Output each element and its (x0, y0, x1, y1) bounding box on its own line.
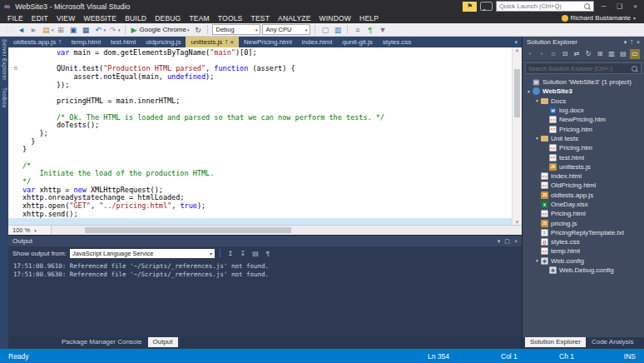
tree-item-web-config[interactable]: ▾✱Web.config (523, 256, 644, 266)
expander-icon[interactable]: ▾ (533, 98, 541, 103)
tree-item-unittests-js[interactable]: JSunittests.js (523, 162, 644, 172)
vertical-tab-server-explorer[interactable]: Server Explorer (2, 39, 7, 81)
tree-item-solution-website3-1-project-[interactable]: ▣Solution 'WebSite3' (1 project) (523, 77, 644, 87)
scroll-thumb[interactable] (85, 227, 292, 233)
add-item-icon[interactable]: ⊞ (56, 25, 67, 35)
menu-tools[interactable]: TOOLS (214, 14, 247, 22)
menu-debug[interactable]: DEBUG (151, 14, 185, 22)
pin-icon[interactable]: ⊺ (58, 39, 62, 45)
chevron-down-icon[interactable]: ▾ (118, 27, 121, 32)
back-icon[interactable]: ◦ (525, 49, 535, 59)
save-icon[interactable]: ▣ (68, 25, 79, 35)
menu-help[interactable]: HELP (355, 14, 383, 22)
tree-item-docs[interactable]: ▾Docs (523, 97, 644, 106)
menu-test[interactable]: TEST (247, 14, 275, 22)
expander-icon[interactable]: ▾ (533, 136, 541, 141)
tree-item-index-html[interactable]: <>Index.html (523, 172, 644, 181)
tab-unittests-js[interactable]: unittests.js⊺× (186, 37, 239, 47)
start-debug-button[interactable]: ▶Google Chrome▾ (130, 26, 191, 34)
refresh-icon[interactable]: ↻ (583, 49, 593, 59)
solution-explorer-header[interactable]: Solution Explorer ▾⊺× (523, 37, 644, 47)
tree-item-oneday-xlsx[interactable]: XOneDay.xlsx (523, 200, 644, 209)
tree-item-temp-html[interactable]: <>temp.html (523, 246, 644, 256)
scroll-up-icon[interactable]: ▲ (513, 47, 522, 52)
menu-edit[interactable]: EDIT (27, 14, 52, 22)
solution-search-input[interactable] (526, 66, 632, 72)
collapse-all-icon[interactable]: ⊟ (560, 49, 570, 59)
scroll-thumb[interactable] (514, 69, 520, 117)
account-widget[interactable]: Richard Bustamante ▾ (562, 14, 644, 22)
tree-item-pricing-js[interactable]: JSpricing.js (523, 218, 644, 227)
forward-icon[interactable]: ◦ (537, 49, 547, 59)
solution-platform-combo[interactable]: Any CPU▾ (262, 24, 310, 35)
collapse-region-icon[interactable]: ⊟ (8, 65, 22, 73)
home-icon[interactable]: ⌂ (548, 49, 558, 59)
close-button[interactable]: × (629, 2, 642, 10)
chevron-down-icon[interactable]: ▾ (187, 27, 190, 32)
bookmark-icon[interactable]: ▼ (377, 25, 388, 35)
tab-overflow-icon[interactable]: ▾ (514, 39, 522, 46)
vertical-tab-toolbox[interactable]: Toolbox (2, 87, 7, 108)
notifications-flag-icon[interactable]: ⚑ (463, 2, 477, 12)
properties-icon[interactable]: ▤ (618, 49, 628, 59)
tree-item-pricing-html[interactable]: <>Pricing.html (523, 209, 644, 218)
output-header[interactable]: Output ▾▢× (8, 236, 522, 246)
tree-item-oldpricing-html[interactable]: <>OldPricing.html (523, 181, 644, 190)
find-in-files-icon[interactable]: ≡ (352, 25, 363, 35)
menu-window[interactable]: WINDOW (315, 14, 356, 22)
preview-changes-icon[interactable]: ▢ (320, 25, 330, 35)
tab-temp-html[interactable]: temp.html (67, 37, 106, 47)
menu-website[interactable]: WEBSITE (79, 14, 121, 22)
tree-item-test-html[interactable]: <>test.html (523, 152, 644, 162)
expander-icon[interactable]: ▾ (525, 89, 533, 94)
tab-styles-css[interactable]: styles.css (378, 37, 417, 47)
tree-item-website3[interactable]: ▾WebSite3 (523, 87, 644, 96)
output-content[interactable]: 17:51:00.9610: Referenced file '~/Script… (8, 260, 522, 337)
editor-horizontal-scrollbar[interactable] (51, 226, 522, 235)
comment-icon[interactable]: ¶ (364, 25, 375, 35)
refresh-icon[interactable]: ↻ (192, 25, 203, 35)
quick-launch-input[interactable] (497, 2, 584, 10)
show-all-files-icon[interactable]: ⊞ (595, 49, 605, 59)
panel-tab-code-analysis[interactable]: Code Analysis (587, 337, 639, 347)
tree-item-styles-css[interactable]: {}styles.css (523, 237, 644, 246)
save-all-icon[interactable]: ▦ (81, 25, 92, 35)
view-code-icon[interactable]: ▥ (607, 49, 617, 59)
redo-icon[interactable]: ↷ (107, 25, 118, 35)
next-message-icon[interactable]: ↧ (238, 250, 248, 257)
close-icon[interactable]: × (514, 238, 518, 245)
clear-all-icon[interactable]: ▤ (250, 250, 260, 257)
bottom-tab-package-manager-console[interactable]: Package Manager Console (57, 337, 147, 347)
tree-item-pricing-htm[interactable]: <>Pricing.htm (523, 143, 644, 152)
menu-analyze[interactable]: ANALYZE (274, 14, 315, 22)
menu-file[interactable]: FILE (3, 14, 27, 22)
sync-icon[interactable]: ⇄ (572, 49, 582, 59)
float-icon[interactable]: ▢ (504, 238, 510, 245)
solution-configuration-combo[interactable]: Debug▾ (212, 24, 260, 35)
minimize-button[interactable]: ─ (597, 2, 610, 10)
close-icon[interactable]: × (637, 39, 640, 46)
previous-message-icon[interactable]: ↥ (225, 250, 235, 257)
tab-oldtests-app-js[interactable]: oldtests.app.js⊺ (8, 37, 67, 47)
nav-back-icon[interactable]: ◄ (16, 25, 27, 35)
tree-item-pricing-htm[interactable]: <>Pricing.htm (523, 124, 644, 133)
preview-selected-icon[interactable]: ▭ (630, 49, 640, 59)
tree-item-newpricing-htm[interactable]: <>NewPricing.htm (523, 115, 644, 124)
menu-view[interactable]: VIEW (52, 14, 80, 22)
chevron-down-icon[interactable]: ▾ (104, 27, 107, 32)
tree-item-pricingreplytemplate-txt[interactable]: ≡PricingReplyTemplate.txt (523, 228, 644, 237)
tab-newpricing-html[interactable]: NewPricing.html (239, 37, 297, 47)
feedback-icon[interactable] (480, 2, 493, 11)
window-position-icon[interactable]: ▾ (498, 238, 501, 245)
pin-icon[interactable]: ⊺ (225, 39, 228, 45)
nav-forward-icon[interactable]: ► (28, 25, 39, 35)
tab-qunit-git-js[interactable]: qunit-git.js (337, 37, 377, 47)
output-source-combo[interactable]: JavaScript Language Service ▾ (70, 249, 215, 258)
expander-icon[interactable]: ▾ (533, 258, 541, 263)
tab-oldpricing-js[interactable]: oldpricing.js (141, 37, 186, 47)
chevron-down-icon[interactable]: ▾ (52, 27, 54, 32)
new-file-icon[interactable]: ▤ (41, 25, 52, 35)
panel-tab-solution-explorer[interactable]: Solution Explorer (525, 337, 586, 347)
close-icon[interactable]: × (230, 39, 234, 45)
undo-icon[interactable]: ↶ (93, 25, 104, 35)
